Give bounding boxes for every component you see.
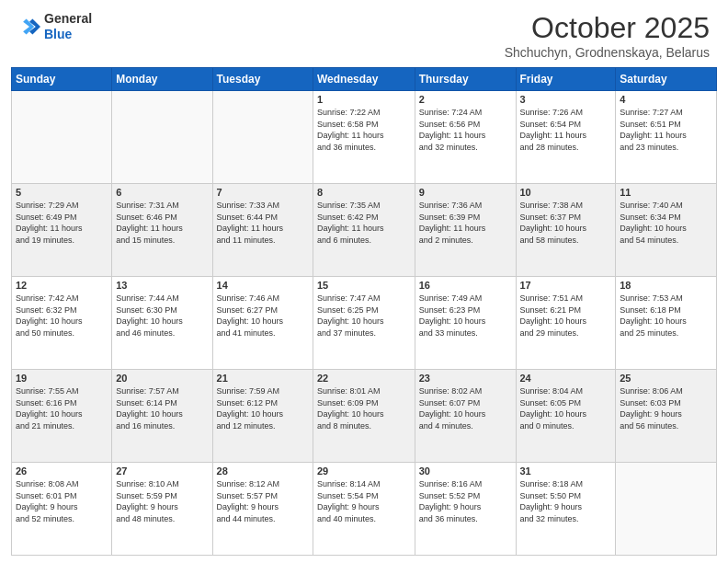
day-info: Sunrise: 8:01 AM Sunset: 6:09 PM Dayligh… — [317, 385, 411, 431]
calendar-cell: 30Sunrise: 8:16 AM Sunset: 5:52 PM Dayli… — [415, 463, 516, 556]
day-info: Sunrise: 7:26 AM Sunset: 6:54 PM Dayligh… — [520, 107, 612, 153]
week-row-3: 12Sunrise: 7:42 AM Sunset: 6:32 PM Dayli… — [12, 277, 717, 370]
day-number: 16 — [419, 280, 512, 291]
day-info: Sunrise: 7:35 AM Sunset: 6:42 PM Dayligh… — [317, 200, 411, 246]
day-number: 21 — [217, 373, 309, 384]
day-number: 13 — [116, 280, 208, 291]
day-number: 29 — [317, 465, 411, 477]
calendar-cell: 18Sunrise: 7:53 AM Sunset: 6:18 PM Dayli… — [616, 277, 717, 370]
calendar-cell: 26Sunrise: 8:08 AM Sunset: 6:01 PM Dayli… — [12, 463, 112, 556]
day-number: 8 — [317, 187, 411, 198]
week-row-4: 19Sunrise: 7:55 AM Sunset: 6:16 PM Dayli… — [12, 370, 717, 463]
location-subtitle: Shchuchyn, Grodnenskaya, Belarus — [505, 45, 710, 60]
day-info: Sunrise: 8:12 AM Sunset: 5:57 PM Dayligh… — [217, 478, 309, 524]
day-info: Sunrise: 7:55 AM Sunset: 6:16 PM Dayligh… — [16, 385, 108, 431]
logo: General Blue — [18, 11, 92, 42]
day-info: Sunrise: 7:53 AM Sunset: 6:18 PM Dayligh… — [620, 293, 712, 339]
day-info: Sunrise: 8:02 AM Sunset: 6:07 PM Dayligh… — [419, 385, 512, 431]
calendar-cell: 1Sunrise: 7:22 AM Sunset: 6:58 PM Daylig… — [313, 91, 415, 184]
week-row-1: 1Sunrise: 7:22 AM Sunset: 6:58 PM Daylig… — [12, 91, 717, 184]
day-info: Sunrise: 7:46 AM Sunset: 6:27 PM Dayligh… — [217, 293, 309, 339]
day-header-sunday: Sunday — [12, 68, 112, 91]
calendar-cell: 21Sunrise: 7:59 AM Sunset: 6:12 PM Dayli… — [212, 370, 313, 463]
calendar-cell: 15Sunrise: 7:47 AM Sunset: 6:25 PM Dayli… — [313, 277, 415, 370]
day-info: Sunrise: 8:08 AM Sunset: 6:01 PM Dayligh… — [16, 478, 108, 524]
day-info: Sunrise: 7:22 AM Sunset: 6:58 PM Dayligh… — [317, 107, 411, 153]
day-number: 17 — [520, 280, 612, 291]
day-number: 30 — [419, 465, 512, 477]
calendar-cell: 3Sunrise: 7:26 AM Sunset: 6:54 PM Daylig… — [516, 91, 616, 184]
calendar-cell: 12Sunrise: 7:42 AM Sunset: 6:32 PM Dayli… — [12, 277, 112, 370]
day-info: Sunrise: 7:27 AM Sunset: 6:51 PM Dayligh… — [620, 107, 712, 153]
logo-icon — [18, 16, 40, 38]
calendar-cell — [616, 463, 717, 556]
day-info: Sunrise: 7:24 AM Sunset: 6:56 PM Dayligh… — [419, 107, 512, 153]
day-info: Sunrise: 7:51 AM Sunset: 6:21 PM Dayligh… — [520, 293, 612, 339]
day-info: Sunrise: 7:33 AM Sunset: 6:44 PM Dayligh… — [217, 200, 309, 246]
calendar: SundayMondayTuesdayWednesdayThursdayFrid… — [0, 67, 728, 563]
calendar-cell: 16Sunrise: 7:49 AM Sunset: 6:23 PM Dayli… — [415, 277, 516, 370]
header: General Blue October 2025 Shchuchyn, Gro… — [0, 0, 728, 67]
calendar-cell: 27Sunrise: 8:10 AM Sunset: 5:59 PM Dayli… — [112, 463, 212, 556]
day-info: Sunrise: 7:42 AM Sunset: 6:32 PM Dayligh… — [16, 293, 108, 339]
day-number: 5 — [16, 187, 108, 198]
day-number: 6 — [116, 187, 208, 198]
day-info: Sunrise: 8:18 AM Sunset: 5:50 PM Dayligh… — [520, 478, 612, 524]
day-info: Sunrise: 7:57 AM Sunset: 6:14 PM Dayligh… — [116, 385, 208, 431]
day-number: 14 — [217, 280, 309, 291]
day-header-thursday: Thursday — [415, 68, 516, 91]
day-number: 27 — [116, 465, 208, 477]
page: General Blue October 2025 Shchuchyn, Gro… — [0, 0, 728, 563]
calendar-cell: 31Sunrise: 8:18 AM Sunset: 5:50 PM Dayli… — [516, 463, 616, 556]
day-info: Sunrise: 8:04 AM Sunset: 6:05 PM Dayligh… — [520, 385, 612, 431]
logo-text: General Blue — [44, 11, 92, 42]
calendar-cell: 10Sunrise: 7:38 AM Sunset: 6:37 PM Dayli… — [516, 184, 616, 277]
calendar-cell: 23Sunrise: 8:02 AM Sunset: 6:07 PM Dayli… — [415, 370, 516, 463]
calendar-cell: 8Sunrise: 7:35 AM Sunset: 6:42 PM Daylig… — [313, 184, 415, 277]
day-header-tuesday: Tuesday — [212, 68, 313, 91]
calendar-cell: 14Sunrise: 7:46 AM Sunset: 6:27 PM Dayli… — [212, 277, 313, 370]
day-header-wednesday: Wednesday — [313, 68, 415, 91]
calendar-cell — [12, 91, 112, 184]
day-number: 26 — [16, 465, 108, 477]
calendar-cell: 25Sunrise: 8:06 AM Sunset: 6:03 PM Dayli… — [616, 370, 717, 463]
calendar-cell: 19Sunrise: 7:55 AM Sunset: 6:16 PM Dayli… — [12, 370, 112, 463]
day-info: Sunrise: 7:44 AM Sunset: 6:30 PM Dayligh… — [116, 293, 208, 339]
day-info: Sunrise: 7:47 AM Sunset: 6:25 PM Dayligh… — [317, 293, 411, 339]
days-header-row: SundayMondayTuesdayWednesdayThursdayFrid… — [12, 68, 717, 91]
title-block: October 2025 Shchuchyn, Grodnenskaya, Be… — [505, 11, 710, 60]
day-info: Sunrise: 8:16 AM Sunset: 5:52 PM Dayligh… — [419, 478, 512, 524]
day-number: 19 — [16, 373, 108, 384]
day-number: 2 — [419, 94, 512, 105]
day-number: 20 — [116, 373, 208, 384]
calendar-cell: 11Sunrise: 7:40 AM Sunset: 6:34 PM Dayli… — [616, 184, 717, 277]
day-number: 24 — [520, 373, 612, 384]
day-number: 28 — [217, 465, 309, 477]
week-row-5: 26Sunrise: 8:08 AM Sunset: 6:01 PM Dayli… — [12, 463, 717, 556]
day-header-saturday: Saturday — [616, 68, 717, 91]
calendar-cell: 28Sunrise: 8:12 AM Sunset: 5:57 PM Dayli… — [212, 463, 313, 556]
day-number: 1 — [317, 94, 411, 105]
day-info: Sunrise: 8:06 AM Sunset: 6:03 PM Dayligh… — [620, 385, 712, 431]
day-number: 22 — [317, 373, 411, 384]
day-number: 12 — [16, 280, 108, 291]
calendar-cell: 13Sunrise: 7:44 AM Sunset: 6:30 PM Dayli… — [112, 277, 212, 370]
week-row-2: 5Sunrise: 7:29 AM Sunset: 6:49 PM Daylig… — [12, 184, 717, 277]
calendar-cell: 20Sunrise: 7:57 AM Sunset: 6:14 PM Dayli… — [112, 370, 212, 463]
calendar-cell: 17Sunrise: 7:51 AM Sunset: 6:21 PM Dayli… — [516, 277, 616, 370]
day-info: Sunrise: 8:10 AM Sunset: 5:59 PM Dayligh… — [116, 478, 208, 524]
day-number: 11 — [620, 187, 712, 198]
day-number: 31 — [520, 465, 612, 477]
day-number: 3 — [520, 94, 612, 105]
calendar-cell: 5Sunrise: 7:29 AM Sunset: 6:49 PM Daylig… — [12, 184, 112, 277]
day-info: Sunrise: 7:36 AM Sunset: 6:39 PM Dayligh… — [419, 200, 512, 246]
calendar-cell: 24Sunrise: 8:04 AM Sunset: 6:05 PM Dayli… — [516, 370, 616, 463]
day-header-friday: Friday — [516, 68, 616, 91]
day-info: Sunrise: 7:29 AM Sunset: 6:49 PM Dayligh… — [16, 200, 108, 246]
calendar-cell: 29Sunrise: 8:14 AM Sunset: 5:54 PM Dayli… — [313, 463, 415, 556]
calendar-cell: 6Sunrise: 7:31 AM Sunset: 6:46 PM Daylig… — [112, 184, 212, 277]
logo-blue: Blue — [44, 27, 92, 42]
calendar-cell: 22Sunrise: 8:01 AM Sunset: 6:09 PM Dayli… — [313, 370, 415, 463]
day-header-monday: Monday — [112, 68, 212, 91]
calendar-cell — [112, 91, 212, 184]
